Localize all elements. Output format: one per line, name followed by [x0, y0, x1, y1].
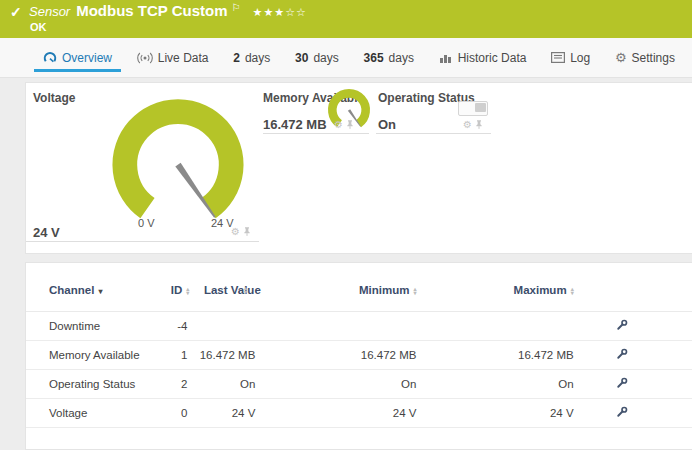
channel-table-panel: Channel▾ ID▴▾ Last Value▴▾ Minimum▴▾ Max…: [25, 262, 692, 450]
gear-icon: ⚙: [615, 51, 627, 64]
tab-365-days[interactable]: 365 days: [361, 38, 417, 77]
channel-last-value: [191, 312, 279, 341]
tab-log-label: Log: [570, 51, 590, 65]
channel-table-header-row: Channel▾ ID▴▾ Last Value▴▾ Minimum▴▾ Max…: [26, 277, 692, 312]
pin-icon[interactable]: [475, 119, 483, 130]
tab-365-days-label: days: [389, 51, 414, 65]
tab-historic-data[interactable]: Historic Data: [436, 38, 530, 77]
channel-minimum: On: [279, 370, 434, 399]
sort-icon: ▴▾: [186, 287, 189, 296]
operating-status-last-value: On: [378, 117, 396, 132]
table-row-voltage: Voltage 0 24 V 24 V 24 V: [26, 399, 692, 428]
channel-minimum: [279, 312, 434, 341]
channel-name: Operating Status: [26, 370, 171, 399]
tab-settings[interactable]: ⚙ Settings: [612, 38, 678, 77]
object-kind-label: Sensor: [29, 4, 70, 19]
sort-icon: ▴▾: [413, 287, 416, 296]
channel-last-value: 16.472 MB: [191, 341, 279, 370]
voltage-last-value: 24 V: [33, 225, 60, 240]
table-row-operating-status: Operating Status 2 On On On: [26, 370, 692, 399]
channel-settings-wrench-icon[interactable]: [616, 377, 628, 391]
tab-live-data[interactable]: Live Data: [134, 38, 212, 77]
log-list-icon: [551, 52, 565, 63]
gauge-icon: [43, 51, 57, 64]
sensor-status-text: OK: [30, 21, 47, 33]
sensor-title: Modbus TCP Custom: [76, 2, 227, 19]
sort-icon: ▴▾: [571, 287, 574, 296]
memory-last-value: 16.472 MB: [263, 117, 327, 132]
voltage-scale-min: 0 V: [138, 217, 155, 229]
tab-365-days-number: 365: [364, 51, 384, 65]
sensor-title-line: SensorModbus TCP Custom⚐★★★☆☆: [29, 2, 307, 20]
tab-2-days-number: 2: [233, 51, 240, 65]
column-header-channel[interactable]: Channel▾: [26, 277, 171, 312]
operating-tile-actions: ⚙: [463, 119, 483, 130]
gauge-settings-gear-icon[interactable]: ⚙: [334, 120, 343, 130]
priority-stars-empty[interactable]: ☆☆: [285, 6, 307, 18]
gauge-settings-gear-icon[interactable]: ⚙: [463, 120, 472, 130]
table-row-memory-available: Memory Available 1 16.472 MB 16.472 MB 1…: [26, 341, 692, 370]
tile-divider: [263, 133, 369, 134]
channel-minimum: 24 V: [279, 399, 434, 428]
tab-30-days-label: days: [313, 51, 338, 65]
channel-minimum: 16.472 MB: [279, 341, 434, 370]
channel-settings-wrench-icon[interactable]: [616, 406, 628, 420]
channel-settings-wrench-icon[interactable]: [616, 319, 628, 333]
column-header-actions: [592, 277, 692, 312]
tab-30-days-number: 30: [295, 51, 308, 65]
channel-maximum: On: [434, 370, 591, 399]
voltage-gauge: [104, 95, 252, 227]
tab-historic-data-label: Historic Data: [458, 51, 527, 65]
pin-icon[interactable]: [243, 226, 251, 237]
memory-tile-actions: ⚙: [334, 119, 354, 130]
tab-log[interactable]: Log: [548, 38, 593, 77]
column-header-maximum[interactable]: Maximum▴▾: [434, 277, 591, 312]
column-header-id[interactable]: ID▴▾: [171, 277, 192, 312]
channel-id: 0: [171, 399, 192, 428]
operating-status-toggle-indicator: [458, 101, 488, 116]
tab-live-data-label: Live Data: [158, 51, 209, 65]
channel-maximum: 16.472 MB: [434, 341, 591, 370]
channel-id: 1: [171, 341, 192, 370]
gauge-needle: [175, 163, 215, 218]
priority-stars-filled[interactable]: ★★★: [253, 6, 286, 18]
tile-divider: [26, 241, 259, 242]
table-row-downtime: Downtime -4: [26, 312, 692, 341]
tab-30-days[interactable]: 30 days: [292, 38, 342, 77]
channel-last-value: 24 V: [191, 399, 279, 428]
sensor-tab-bar: Overview Live Data 2 days 30 days 365 da…: [0, 38, 692, 78]
live-signal-icon: [137, 52, 153, 64]
channel-id: -4: [171, 312, 192, 341]
prtg-sensor-page: ✓ SensorModbus TCP Custom⚐★★★☆☆ OK Overv…: [0, 0, 692, 450]
toggle-knob: [475, 103, 486, 112]
tab-2-days-label: days: [245, 51, 270, 65]
priority-flag-icon[interactable]: ⚐: [232, 2, 241, 13]
channel-id: 2: [171, 370, 192, 399]
channel-name: Memory Available: [26, 341, 171, 370]
status-ok-check-icon: ✓: [10, 4, 22, 20]
channel-maximum: 24 V: [434, 399, 591, 428]
tile-divider: [376, 133, 491, 134]
channel-maximum: [434, 312, 591, 341]
bar-chart-icon: [439, 52, 453, 64]
channel-name: Downtime: [26, 312, 171, 341]
channel-table: Channel▾ ID▴▾ Last Value▴▾ Minimum▴▾ Max…: [26, 277, 692, 428]
voltage-tile-actions: ⚙: [231, 226, 251, 237]
column-header-last-value[interactable]: Last Value▴▾: [191, 277, 279, 312]
tab-2-days[interactable]: 2 days: [230, 38, 273, 77]
column-header-minimum[interactable]: Minimum▴▾: [279, 277, 434, 312]
priority-stars[interactable]: ★★★☆☆: [253, 6, 307, 18]
gauge-title-voltage: Voltage: [33, 91, 75, 105]
gauge-settings-gear-icon[interactable]: ⚙: [231, 227, 240, 237]
overview-gauges-panel: Voltage 0 V 24 V 24 V ⚙ Memory Available…: [25, 82, 692, 254]
channel-last-value: On: [191, 370, 279, 399]
tab-overview[interactable]: Overview: [40, 38, 115, 77]
sort-caret-down-icon: ▾: [98, 287, 102, 296]
sensor-header: ✓ SensorModbus TCP Custom⚐★★★☆☆ OK: [0, 0, 692, 38]
channel-settings-wrench-icon[interactable]: [616, 348, 628, 362]
channel-name: Voltage: [26, 399, 171, 428]
pin-icon[interactable]: [346, 119, 354, 130]
tab-settings-label: Settings: [632, 51, 675, 65]
sort-icon: ▴▾: [244, 286, 247, 295]
tab-overview-label: Overview: [62, 51, 112, 65]
